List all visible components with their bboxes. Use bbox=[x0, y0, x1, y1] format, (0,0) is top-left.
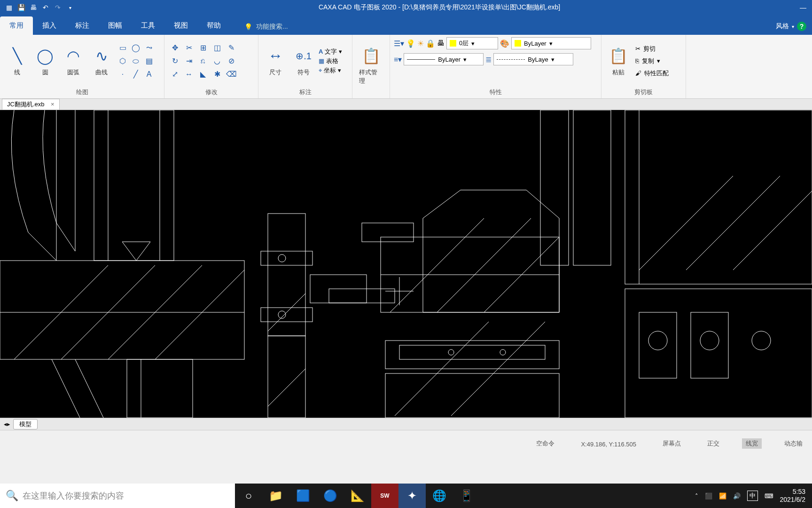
scale-icon[interactable]: ⤢ bbox=[168, 68, 181, 80]
app-menu-icon[interactable]: ▦ bbox=[4, 2, 14, 13]
tab-annotate[interactable]: 标注 bbox=[66, 16, 99, 35]
browser-icon[interactable]: 🌐 bbox=[426, 484, 453, 508]
color-combo[interactable]: ByLayer▾ bbox=[511, 37, 591, 49]
style-manager-button[interactable]: 📋样式管理 bbox=[356, 45, 386, 86]
rect-icon[interactable]: ▭ bbox=[117, 42, 129, 54]
dimension-button[interactable]: ↔尺寸 bbox=[262, 45, 289, 78]
mirror-icon[interactable]: ⎌ bbox=[196, 55, 210, 67]
ime-indicator[interactable]: 中 bbox=[747, 491, 758, 501]
array-icon[interactable]: ⊞ bbox=[196, 42, 210, 54]
undo-icon[interactable]: ↶ bbox=[40, 2, 51, 13]
help-icon[interactable]: ? bbox=[797, 22, 806, 31]
taskbar-clock[interactable]: 5:53 2021/6/2 bbox=[780, 488, 806, 504]
move-icon[interactable]: ✥ bbox=[168, 42, 181, 54]
ellipse-icon[interactable]: ◯ bbox=[130, 42, 142, 54]
volume-icon[interactable]: 🔊 bbox=[733, 492, 741, 500]
lineweight-combo[interactable]: ByLaye▾ bbox=[493, 53, 573, 65]
tab-common[interactable]: 常用 bbox=[0, 16, 33, 35]
app1-icon[interactable]: 🟦 bbox=[289, 484, 317, 508]
document-tab[interactable]: JC翻抛机.exb × bbox=[2, 99, 60, 110]
circle-icon: ◯ bbox=[35, 46, 55, 66]
ppt-icon[interactable]: 📐 bbox=[344, 484, 371, 508]
tab-help[interactable]: 帮助 bbox=[197, 16, 230, 35]
app2-icon[interactable]: 🔵 bbox=[317, 484, 344, 508]
linetype-combo[interactable]: ByLayer▾ bbox=[404, 53, 484, 65]
match-icon: 🖌 bbox=[635, 70, 641, 77]
tab-insert[interactable]: 插入 bbox=[33, 16, 66, 35]
draw-panel-label: 绘图 bbox=[0, 87, 164, 98]
svg-point-22 bbox=[448, 349, 454, 355]
redo-icon[interactable]: ↷ bbox=[53, 2, 63, 13]
solidworks-icon[interactable]: SW bbox=[371, 484, 398, 508]
ribbon-search-input[interactable]: 功能搜索... bbox=[256, 23, 288, 31]
match-button[interactable]: 🖌特性匹配 bbox=[635, 68, 669, 79]
table-button[interactable]: ▦表格 bbox=[319, 57, 342, 65]
point-icon[interactable]: ∙ bbox=[117, 68, 129, 80]
spline-icon[interactable]: ⤳ bbox=[143, 42, 155, 54]
linetype-tool-icon[interactable]: ≡▾ bbox=[394, 55, 402, 64]
minimize-icon[interactable]: — bbox=[800, 4, 806, 11]
tab-tools[interactable]: 工具 bbox=[132, 16, 164, 35]
arc-button[interactable]: ◠圆弧 bbox=[60, 45, 86, 78]
trim-icon[interactable]: ✂ bbox=[182, 42, 195, 54]
style-dropdown[interactable]: 风格 bbox=[776, 22, 789, 31]
cortana-icon[interactable]: ○ bbox=[235, 484, 262, 508]
model-tab[interactable]: 模型 bbox=[13, 419, 38, 429]
chamfer-icon[interactable]: ◣ bbox=[196, 68, 210, 80]
erase-icon[interactable]: ⌫ bbox=[225, 68, 238, 80]
stretch-icon[interactable]: ↔ bbox=[182, 68, 195, 80]
coord-button[interactable]: ⌖坐标▾ bbox=[319, 66, 342, 75]
offset-icon[interactable]: ◫ bbox=[211, 42, 224, 54]
bulb-icon[interactable]: 💡 bbox=[406, 39, 415, 48]
layer-combo[interactable]: 0层▾ bbox=[446, 37, 498, 49]
save-icon[interactable]: 💾 bbox=[16, 2, 26, 13]
explode-icon[interactable]: ✱ bbox=[211, 68, 224, 80]
lock-icon[interactable]: 🔒 bbox=[426, 39, 435, 48]
keyboard-icon[interactable]: ⌨ bbox=[765, 492, 773, 500]
tab-nav-left-icon[interactable]: ◂▸ bbox=[4, 421, 10, 428]
screen-point[interactable]: 屏幕点 bbox=[659, 438, 685, 449]
clip-panel-label: 剪切板 bbox=[601, 87, 686, 98]
sun-icon[interactable]: ☀ bbox=[417, 39, 424, 48]
ortho-toggle[interactable]: 正交 bbox=[703, 438, 723, 449]
text-button[interactable]: A文字▾ bbox=[319, 48, 342, 56]
app3-icon[interactable]: 📱 bbox=[453, 484, 480, 508]
oval-icon[interactable]: ⬭ bbox=[130, 55, 142, 67]
chevron-down-icon[interactable]: ▾ bbox=[792, 24, 794, 29]
polygon-icon[interactable]: ⬡ bbox=[117, 55, 129, 67]
qat-dropdown-icon[interactable]: ▾ bbox=[65, 2, 75, 13]
fillet-icon[interactable]: ◡ bbox=[211, 55, 224, 67]
caxa-icon[interactable]: ✦ bbox=[398, 484, 426, 508]
rotate-icon[interactable]: ↻ bbox=[168, 55, 181, 67]
taskbar-search-input[interactable]: 🔍 在这里输入你要搜索的内容 bbox=[0, 484, 235, 508]
color-wheel-icon[interactable]: 🎨 bbox=[500, 39, 509, 48]
break-icon[interactable]: ⊘ bbox=[225, 55, 238, 67]
line2-icon[interactable]: ╱ bbox=[130, 68, 142, 80]
curve-button[interactable]: ∿曲线 bbox=[88, 45, 115, 78]
circle-button[interactable]: ◯圆 bbox=[32, 45, 58, 78]
close-tab-icon[interactable]: × bbox=[51, 101, 55, 108]
dyninput-toggle[interactable]: 动态输 bbox=[781, 438, 806, 449]
paste-button[interactable]: 📋粘贴 bbox=[605, 45, 632, 78]
ribbon-tabs: 常用 插入 标注 图幅 工具 视图 帮助 💡 功能搜索... 风格 ▾ ? bbox=[0, 15, 812, 35]
tab-view[interactable]: 视图 bbox=[164, 16, 197, 35]
tray-app-icon[interactable]: ⬛ bbox=[705, 492, 712, 500]
wifi-icon[interactable]: 📶 bbox=[719, 492, 726, 500]
symbol-button[interactable]: ⊕.1符号 bbox=[290, 45, 317, 78]
text-tool-icon[interactable]: A bbox=[143, 68, 155, 80]
explorer-icon[interactable]: 📁 bbox=[262, 484, 289, 508]
extend-icon[interactable]: ⇥ bbox=[182, 55, 195, 67]
print-icon[interactable]: 🖶 bbox=[28, 2, 39, 13]
lineweight-toggle[interactable]: 线宽 bbox=[742, 438, 762, 449]
drawing-canvas[interactable] bbox=[0, 110, 812, 418]
layer-tool-icon[interactable]: ☰▾ bbox=[394, 39, 404, 48]
tray-up-icon[interactable]: ˄ bbox=[695, 492, 698, 500]
copy-button[interactable]: ⎘复制▾ bbox=[635, 56, 669, 67]
print-layer-icon[interactable]: 🖶 bbox=[437, 39, 445, 48]
tab-sheet[interactable]: 图幅 bbox=[99, 16, 132, 35]
hatch-tool-icon[interactable]: ▤ bbox=[143, 55, 155, 67]
edit-icon[interactable]: ✎ bbox=[225, 42, 238, 54]
cut-button[interactable]: ✂剪切 bbox=[635, 43, 669, 55]
line-button[interactable]: ╲线 bbox=[4, 45, 30, 78]
lineweight-tool-icon[interactable]: ≣ bbox=[485, 55, 492, 64]
